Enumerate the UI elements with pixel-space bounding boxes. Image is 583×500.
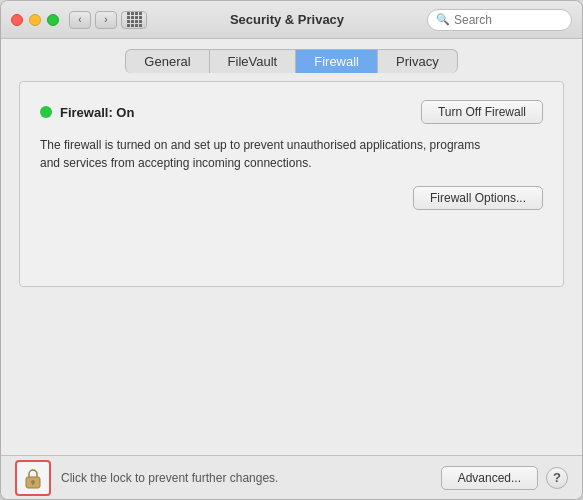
search-icon: 🔍 bbox=[436, 13, 450, 26]
forward-button[interactable]: › bbox=[95, 11, 117, 29]
maximize-button[interactable] bbox=[47, 14, 59, 26]
lock-icon bbox=[23, 467, 43, 489]
tab-firewall[interactable]: Firewall bbox=[296, 49, 378, 73]
window: ‹ › Security & Privacy 🔍 General FileVau… bbox=[0, 0, 583, 500]
lock-text: Click the lock to prevent further change… bbox=[61, 471, 441, 485]
firewall-options-row: Firewall Options... bbox=[40, 186, 543, 210]
firewall-description: The firewall is turned on and set up to … bbox=[40, 136, 490, 172]
help-button[interactable]: ? bbox=[546, 467, 568, 489]
advanced-button[interactable]: Advanced... bbox=[441, 466, 538, 490]
spacer bbox=[1, 287, 582, 455]
close-button[interactable] bbox=[11, 14, 23, 26]
content-area: Firewall: On Turn Off Firewall The firew… bbox=[19, 81, 564, 287]
tab-filevault[interactable]: FileVault bbox=[210, 49, 297, 73]
turn-off-firewall-button[interactable]: Turn Off Firewall bbox=[421, 100, 543, 124]
svg-rect-2 bbox=[32, 482, 34, 485]
lock-button[interactable] bbox=[15, 460, 51, 496]
tab-privacy[interactable]: Privacy bbox=[378, 49, 458, 73]
minimize-button[interactable] bbox=[29, 14, 41, 26]
tab-bar: General FileVault Firewall Privacy bbox=[1, 39, 582, 73]
title-bar: ‹ › Security & Privacy 🔍 bbox=[1, 1, 582, 39]
firewall-status-row: Firewall: On Turn Off Firewall bbox=[40, 100, 543, 124]
traffic-lights bbox=[11, 14, 59, 26]
window-title: Security & Privacy bbox=[147, 12, 427, 27]
bottom-buttons: Advanced... ? bbox=[441, 466, 568, 490]
nav-buttons: ‹ › bbox=[69, 11, 147, 29]
firewall-status-left: Firewall: On bbox=[40, 105, 134, 120]
firewall-options-button[interactable]: Firewall Options... bbox=[413, 186, 543, 210]
search-bar[interactable]: 🔍 bbox=[427, 9, 572, 31]
bottom-bar: Click the lock to prevent further change… bbox=[1, 455, 582, 499]
status-dot bbox=[40, 106, 52, 118]
grid-button[interactable] bbox=[121, 11, 147, 29]
back-button[interactable]: ‹ bbox=[69, 11, 91, 29]
firewall-status-label: Firewall: On bbox=[60, 105, 134, 120]
search-input[interactable] bbox=[454, 13, 563, 27]
grid-icon bbox=[127, 12, 142, 27]
tab-general[interactable]: General bbox=[125, 49, 209, 73]
